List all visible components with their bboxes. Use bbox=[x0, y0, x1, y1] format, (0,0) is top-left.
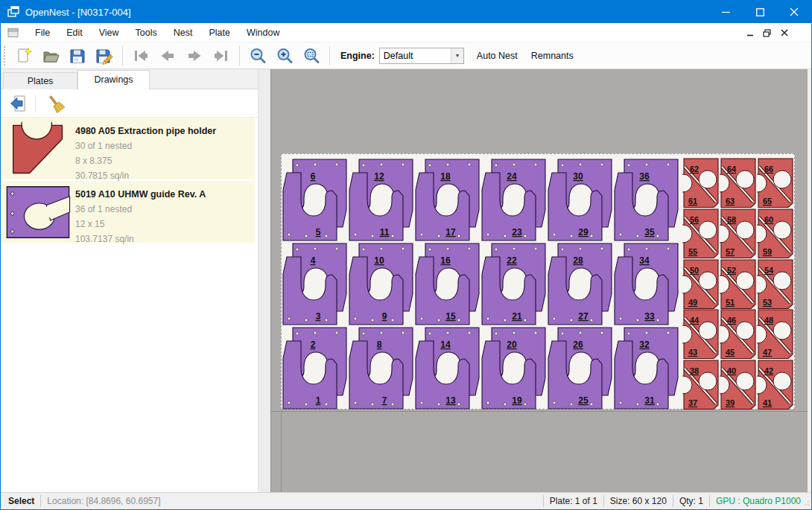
nested-part-pair[interactable]: 44 43 bbox=[682, 309, 720, 360]
nested-part-pair[interactable]: 40 39 bbox=[720, 360, 757, 410]
menu-tools[interactable]: Tools bbox=[127, 25, 165, 41]
drawing-thumbnail bbox=[1, 118, 75, 179]
nested-part-pair[interactable]: 60 59 bbox=[757, 208, 794, 259]
chevron-down-icon[interactable]: ▼ bbox=[451, 48, 463, 63]
part-number: 66 bbox=[764, 165, 773, 173]
part-number: 45 bbox=[726, 348, 735, 357]
engine-combobox[interactable]: Default ▼ bbox=[379, 48, 464, 64]
nested-part-pair[interactable]: 26 25 bbox=[547, 326, 613, 410]
list-item-drawing-2[interactable]: 5019 A10 UHMW guide Rev. A 36 of 1 neste… bbox=[1, 181, 255, 244]
open-button[interactable] bbox=[39, 45, 63, 67]
main-toolbar: Engine: Default ▼ Auto Nest Remnants bbox=[1, 42, 811, 69]
drawing-thumbnail bbox=[1, 181, 75, 243]
part-number: 43 bbox=[688, 348, 697, 357]
save-button[interactable] bbox=[66, 45, 89, 67]
nested-part-pair[interactable]: 56 55 bbox=[682, 208, 720, 259]
nested-part-pair[interactable]: 48 47 bbox=[757, 309, 794, 360]
nested-part-pair[interactable]: 18 17 bbox=[414, 158, 480, 242]
part-number: 48 bbox=[764, 316, 773, 325]
nested-part-pair[interactable]: 42 41 bbox=[757, 360, 794, 410]
part-number: 47 bbox=[763, 348, 772, 357]
nested-part-pair[interactable]: 52 51 bbox=[720, 259, 757, 310]
nested-part-pair[interactable]: 66 65 bbox=[757, 158, 794, 208]
tab-plates[interactable]: Plates bbox=[3, 72, 77, 89]
nested-part-pair[interactable]: 8 7 bbox=[348, 326, 414, 410]
nested-part-pair[interactable]: 6 5 bbox=[282, 158, 348, 242]
go-previous-button[interactable] bbox=[156, 45, 180, 67]
list-item-drawing-1[interactable]: 4980 A05 Extraction pipe holder 30 of 1 … bbox=[1, 118, 255, 181]
part-number: 6 bbox=[311, 171, 316, 182]
menu-file[interactable]: File bbox=[27, 25, 58, 41]
menu-view[interactable]: View bbox=[91, 25, 127, 41]
nested-part-pair[interactable]: 2 1 bbox=[282, 326, 348, 410]
nested-part-pair[interactable]: 22 21 bbox=[480, 242, 547, 326]
drawings-toolbar bbox=[1, 89, 258, 118]
mdi-minimize-icon bbox=[746, 29, 754, 36]
part-number: 31 bbox=[644, 395, 655, 406]
mdi-minimize-button[interactable] bbox=[743, 27, 756, 39]
nested-part-pair[interactable]: 16 15 bbox=[414, 242, 480, 326]
nested-part-pair[interactable]: 46 45 bbox=[720, 309, 757, 360]
part-number: 14 bbox=[440, 340, 451, 350]
reload-drawings-button[interactable] bbox=[7, 92, 29, 115]
drawing-nested-count: 36 of 1 nested bbox=[75, 202, 206, 217]
tab-drawings[interactable]: Drawings bbox=[77, 70, 150, 90]
nested-part-pair[interactable]: 10 9 bbox=[348, 242, 414, 326]
zoom-in-button[interactable] bbox=[273, 45, 296, 67]
mdi-close-icon bbox=[781, 29, 788, 36]
minimize-icon bbox=[722, 8, 730, 16]
nested-part-pair[interactable]: 38 37 bbox=[682, 360, 720, 410]
part-number: 44 bbox=[690, 316, 700, 325]
auto-nest-button[interactable]: Auto Nest bbox=[470, 46, 524, 66]
nested-part-pair[interactable]: 28 27 bbox=[547, 242, 613, 326]
clean-button[interactable] bbox=[45, 92, 67, 115]
maximize-button[interactable] bbox=[743, 1, 777, 23]
part-number: 37 bbox=[688, 398, 697, 407]
nested-part-pair[interactable]: 32 31 bbox=[613, 326, 679, 410]
canvas-guide-vertical bbox=[281, 412, 282, 492]
nested-part-pair[interactable]: 34 33 bbox=[613, 242, 679, 326]
drawing-title: 4980 A05 Extraction pipe holder bbox=[75, 124, 216, 138]
go-next-button[interactable] bbox=[183, 45, 206, 67]
mdi-close-button[interactable] bbox=[778, 27, 790, 39]
nested-part-pair[interactable]: 62 61 bbox=[682, 158, 720, 208]
menu-plate[interactable]: Plate bbox=[200, 25, 238, 41]
part-number: 34 bbox=[639, 255, 650, 266]
zoom-out-button[interactable] bbox=[246, 45, 270, 67]
minimize-button[interactable] bbox=[708, 1, 743, 23]
nested-part-pair[interactable]: 54 53 bbox=[757, 259, 794, 310]
close-button[interactable] bbox=[777, 1, 811, 23]
menu-edit[interactable]: Edit bbox=[58, 25, 91, 41]
nested-part-pair[interactable]: 36 35 bbox=[613, 158, 679, 242]
nested-part-pair[interactable]: 58 57 bbox=[720, 208, 757, 259]
new-document-button[interactable] bbox=[12, 45, 36, 67]
nest-canvas[interactable]: 6 5 12 11 18 17 24 23 bbox=[270, 69, 808, 492]
save-as-button[interactable] bbox=[92, 45, 116, 67]
resize-grip[interactable]: .: bbox=[805, 499, 810, 506]
mdi-restore-button[interactable] bbox=[761, 27, 773, 39]
menu-nest[interactable]: Nest bbox=[165, 25, 201, 41]
nested-part-pair[interactable]: 20 19 bbox=[480, 326, 547, 410]
remnants-button[interactable]: Remnants bbox=[524, 46, 580, 66]
nested-part-pair[interactable]: 64 63 bbox=[720, 158, 757, 208]
toolbar-separator bbox=[239, 46, 240, 66]
nested-part-pair[interactable]: 12 11 bbox=[348, 158, 414, 242]
part-number: 61 bbox=[688, 197, 697, 205]
go-last-button[interactable] bbox=[209, 45, 233, 67]
nested-part-pair[interactable]: 50 49 bbox=[682, 259, 720, 310]
nested-part-pair[interactable]: 4 3 bbox=[282, 242, 348, 326]
panel-splitter[interactable] bbox=[258, 69, 270, 492]
nested-part-pair[interactable]: 14 13 bbox=[414, 326, 480, 410]
part-number: 30 bbox=[573, 171, 583, 182]
toolbar-grip[interactable] bbox=[4, 46, 7, 66]
part-number: 10 bbox=[374, 255, 384, 266]
drawing-area: 103.7137 sq/in bbox=[75, 232, 206, 246]
go-first-button[interactable] bbox=[129, 45, 153, 67]
nested-part-pair[interactable]: 30 29 bbox=[547, 158, 613, 242]
menu-window[interactable]: Window bbox=[238, 25, 288, 41]
zoom-fit-button[interactable] bbox=[299, 45, 323, 67]
part-number: 26 bbox=[573, 340, 583, 350]
part-number: 4 bbox=[311, 255, 316, 266]
nested-part-pair[interactable]: 24 23 bbox=[480, 158, 547, 242]
open-folder-icon bbox=[41, 46, 60, 66]
